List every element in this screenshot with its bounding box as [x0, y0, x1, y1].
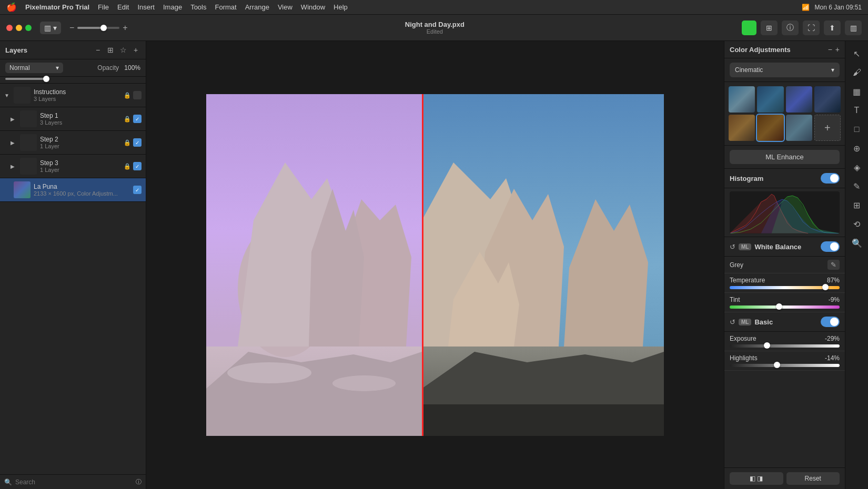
- layers-minus-icon[interactable]: −: [93, 45, 103, 55]
- menu-view[interactable]: View: [278, 3, 292, 11]
- chevron-down-icon: ▼: [4, 93, 11, 98]
- search-info-icon[interactable]: ⓘ: [136, 478, 142, 486]
- layers-title: Layers: [5, 46, 89, 54]
- preset-thumbnail-3[interactable]: [786, 86, 812, 113]
- layer-group-step1: ▶ Step 1 3 Layers 🔒 ✓: [0, 107, 146, 131]
- menu-image[interactable]: Image: [163, 3, 182, 11]
- zoom-in-button[interactable]: +: [123, 23, 127, 33]
- highlights-slider-track[interactable]: [730, 364, 840, 367]
- list-item[interactable]: ▶ Step 2 1 Layer 🔒 ✓: [0, 131, 146, 154]
- exposure-slider-track[interactable]: [730, 344, 840, 348]
- layer-info: Step 1 3 Layers: [40, 112, 120, 126]
- layers-header-icons: − ⊞ ☆ +: [93, 45, 140, 55]
- tint-slider-track[interactable]: [730, 305, 840, 309]
- opacity-slider[interactable]: [5, 78, 47, 80]
- minimize-button[interactable]: [16, 25, 22, 31]
- sidebar-toggle[interactable]: ▥ ▾: [40, 22, 61, 34]
- adjustments-add-icon[interactable]: +: [835, 45, 840, 54]
- blend-mode-select[interactable]: Normal ▾: [5, 63, 63, 73]
- adjustments-minus-icon[interactable]: −: [828, 45, 832, 54]
- search-input[interactable]: [15, 478, 133, 486]
- eyedropper-button[interactable]: ✎: [827, 260, 840, 270]
- layer-visibility-checkbox[interactable]: ✓: [133, 162, 142, 170]
- list-item[interactable]: ▼ Instructions 3 Layers 🔒: [0, 84, 146, 107]
- temperature-value: 87%: [827, 277, 840, 284]
- list-item[interactable]: ▶ La Puna 2133 × 1600 px, Color Adjustm.…: [0, 178, 146, 201]
- highlights-label: Highlights: [730, 354, 758, 362]
- preset-value: Cinematic: [735, 66, 763, 74]
- preset-thumbnail-6[interactable]: [757, 115, 783, 141]
- white-balance-reset-icon[interactable]: ↺: [730, 243, 735, 251]
- view-options-button[interactable]: ▥: [845, 21, 862, 35]
- histogram-toggle[interactable]: [821, 173, 840, 184]
- preset-thumbnail-7[interactable]: [786, 115, 812, 141]
- basic-section-header: ↺ ML Basic: [724, 312, 845, 332]
- tool-paint[interactable]: 🖌: [849, 64, 865, 81]
- apple-icon[interactable]: 🍎: [6, 2, 17, 12]
- highlights-slider-thumb[interactable]: [774, 362, 780, 368]
- tool-color-fill[interactable]: ◈: [849, 159, 865, 176]
- preset-add-button[interactable]: +: [814, 115, 841, 141]
- zoom-slider[interactable]: [77, 27, 119, 29]
- color-button[interactable]: [742, 21, 756, 35]
- exposure-slider-thumb[interactable]: [764, 342, 770, 349]
- layer-visibility-checkbox[interactable]: ✓: [133, 115, 142, 123]
- canvas-left-scene: [206, 94, 422, 436]
- preset-thumbnail-4[interactable]: [814, 86, 841, 113]
- menu-format[interactable]: Format: [215, 3, 236, 11]
- tool-text[interactable]: T: [849, 102, 865, 119]
- list-item[interactable]: ▶ Step 3 1 Layer 🔒 ✓: [0, 155, 146, 178]
- basic-toggle[interactable]: [821, 317, 840, 327]
- tool-gradient[interactable]: ▦: [849, 83, 865, 100]
- layers-effects-icon[interactable]: ☆: [118, 45, 128, 55]
- layer-visibility-checkbox[interactable]: [133, 91, 142, 99]
- compare-button[interactable]: ◧ ◨: [730, 472, 783, 485]
- list-item[interactable]: ▶ Step 1 3 Layers 🔒 ✓: [0, 107, 146, 130]
- reset-button[interactable]: Reset: [786, 472, 840, 485]
- temperature-slider-track[interactable]: [730, 286, 840, 289]
- fullscreen-button[interactable]: [25, 25, 32, 31]
- tool-select[interactable]: ⊞: [849, 197, 865, 213]
- preset-select[interactable]: Cinematic ▾: [730, 63, 840, 77]
- info-button[interactable]: ⓘ: [782, 21, 799, 35]
- crop-button[interactable]: ⛶: [803, 21, 820, 35]
- menu-help[interactable]: Help: [334, 3, 348, 11]
- tool-zoom-in[interactable]: ⊕: [849, 140, 865, 157]
- temperature-slider-thumb[interactable]: [822, 284, 829, 290]
- menu-tools[interactable]: Tools: [190, 3, 206, 11]
- canvas-container[interactable]: [206, 94, 664, 436]
- menu-window[interactable]: Window: [301, 3, 325, 11]
- layer-visibility-checkbox[interactable]: ✓: [133, 186, 142, 194]
- preset-row: Cinematic ▾: [724, 58, 845, 82]
- toolbar: ▥ ▾ − + Night and Day.pxd Edited ⊞ ⓘ ⛶ ⬆…: [0, 15, 868, 41]
- tool-shape[interactable]: □: [849, 121, 865, 138]
- menu-insert[interactable]: Insert: [137, 3, 155, 11]
- tool-transform[interactable]: ⟲: [849, 216, 865, 232]
- histogram-container: [724, 188, 845, 237]
- adjustments-button[interactable]: ⊞: [761, 21, 778, 35]
- grey-label: Grey: [730, 261, 827, 269]
- layers-add-icon[interactable]: +: [131, 45, 140, 55]
- tint-value: -9%: [829, 296, 840, 303]
- tool-eyedropper[interactable]: ✎: [849, 178, 865, 195]
- close-button[interactable]: [6, 25, 13, 31]
- preset-thumbnail-5[interactable]: [729, 115, 755, 141]
- layers-group-icon[interactable]: ⊞: [106, 45, 115, 55]
- layer-visibility-checkbox[interactable]: ✓: [133, 138, 142, 147]
- preset-thumbnail-2[interactable]: [757, 86, 783, 113]
- ml-enhance-button[interactable]: ML Enhance: [730, 150, 840, 164]
- menubar: 🍎 Pixelmator Pro Trial File Edit Insert …: [0, 0, 868, 15]
- basic-reset-icon[interactable]: ↺: [730, 318, 735, 326]
- menu-arrange[interactable]: Arrange: [245, 3, 269, 11]
- menu-edit[interactable]: Edit: [117, 3, 129, 11]
- tool-cursor[interactable]: ↖: [849, 45, 865, 62]
- zoom-out-button[interactable]: −: [69, 23, 74, 33]
- tool-search[interactable]: 🔍: [849, 235, 865, 251]
- tint-slider-thumb[interactable]: [776, 303, 782, 310]
- preset-thumbnail-1[interactable]: [729, 86, 755, 113]
- lock-icon: 🔒: [124, 116, 131, 123]
- menu-file[interactable]: File: [98, 3, 109, 11]
- share-button[interactable]: ⬆: [824, 21, 841, 35]
- layer-info: La Puna 2133 × 1600 px, Color Adjustm...: [34, 183, 130, 197]
- white-balance-toggle[interactable]: [821, 241, 840, 252]
